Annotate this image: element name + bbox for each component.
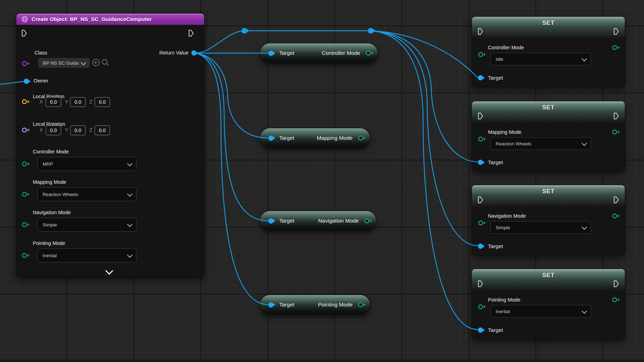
enum-input-pin[interactable] xyxy=(22,192,27,197)
set-node[interactable]: SET Mapping Mode Reaction Wheels Target xyxy=(472,101,625,171)
chevron-down-icon xyxy=(582,140,587,146)
chevron-down-icon xyxy=(81,60,86,65)
local-rotation-pin[interactable] xyxy=(22,128,27,132)
chevron-down-icon xyxy=(127,161,133,166)
enum-output-pin[interactable] xyxy=(612,130,617,135)
target-pin-label: Target xyxy=(488,75,503,81)
position-y-input[interactable]: 0.0 xyxy=(70,97,86,107)
target-pin[interactable] xyxy=(478,327,483,333)
enum-select[interactable]: Reaction Wheels xyxy=(490,137,591,150)
class-select[interactable]: BP NS SC Guida xyxy=(38,58,90,68)
enum-input-pin[interactable] xyxy=(22,161,27,166)
enum-select[interactable]: Inertial xyxy=(490,305,591,318)
variable-get-node[interactable]: Target Pointing Mode xyxy=(260,295,370,314)
enum-output-pin[interactable] xyxy=(364,218,369,223)
enum-select[interactable]: Simple xyxy=(37,218,136,232)
node-title: Create Object: BP_NS_SC_GuidanceComputer xyxy=(31,16,152,22)
set-node[interactable]: SET Controller Mode Idle Target xyxy=(472,17,625,87)
enum-select[interactable]: Idle xyxy=(490,53,591,65)
blueprint-graph-canvas[interactable]: Create Object: BP_NS_SC_GuidanceComputer… xyxy=(0,0,644,362)
target-pin[interactable] xyxy=(478,75,483,80)
reroute-node[interactable] xyxy=(368,28,373,34)
target-pin[interactable] xyxy=(268,136,274,141)
enum-select-value: Reaction Wheels xyxy=(496,141,582,146)
rotation-x-input[interactable]: 0.0 xyxy=(46,125,61,135)
exec-out-pin[interactable] xyxy=(614,113,619,120)
owner-pin[interactable] xyxy=(24,79,29,84)
target-pin[interactable] xyxy=(268,51,274,56)
property-label: Controller Mode xyxy=(488,45,524,50)
enum-output-pin[interactable] xyxy=(612,297,617,302)
use-selected-asset-icon[interactable] xyxy=(92,58,100,67)
exec-in-pin[interactable] xyxy=(22,30,27,37)
property-label: Mapping Mode xyxy=(488,129,521,135)
set-node-title: SET xyxy=(472,272,625,279)
set-node[interactable]: SET Navigation Mode Simple Target xyxy=(472,185,625,255)
exec-in-pin[interactable] xyxy=(478,28,483,35)
rotation-z-input[interactable]: 0.0 xyxy=(95,125,110,135)
create-object-node[interactable]: Create Object: BP_NS_SC_GuidanceComputer… xyxy=(16,14,204,277)
enum-output-pin[interactable] xyxy=(358,302,363,307)
position-z-input[interactable]: 0.0 xyxy=(95,97,110,107)
exec-out-pin[interactable] xyxy=(188,30,194,37)
enum-select[interactable]: Simple xyxy=(490,221,591,234)
class-select-value: BP NS SC Guida xyxy=(43,60,81,66)
enum-select[interactable]: MRP xyxy=(37,157,136,171)
target-pin[interactable] xyxy=(268,218,274,224)
variable-get-node[interactable]: Target Mapping Mode xyxy=(260,128,370,148)
owner-pin-label: Owner xyxy=(34,78,49,84)
set-node-title: SET xyxy=(472,104,625,111)
enum-pin-label: Controller Mode xyxy=(33,149,69,154)
enum-output-pin[interactable] xyxy=(366,51,371,56)
target-pin[interactable] xyxy=(478,160,483,165)
target-pin[interactable] xyxy=(478,244,483,249)
enum-input-pin[interactable] xyxy=(478,137,483,142)
browse-asset-icon[interactable] xyxy=(101,58,110,67)
return-value-label: Return Value xyxy=(159,50,188,56)
exec-out-pin[interactable] xyxy=(614,196,619,203)
target-pin-label: Target xyxy=(488,243,503,249)
local-position-pin[interactable] xyxy=(22,99,27,104)
enum-input-pin[interactable] xyxy=(478,52,483,57)
variable-get-node[interactable]: Target Controller Mode xyxy=(260,43,378,63)
target-pin-label: Target xyxy=(279,135,294,141)
exec-in-pin[interactable] xyxy=(478,280,483,287)
wire xyxy=(371,31,478,330)
output-pin-label: Controller Mode xyxy=(322,50,360,56)
enum-input-pin[interactable] xyxy=(22,222,27,227)
exec-in-pin[interactable] xyxy=(478,196,483,203)
chevron-down-icon xyxy=(127,222,133,227)
exec-in-pin[interactable] xyxy=(478,113,483,120)
reroute-node[interactable] xyxy=(242,28,247,34)
chevron-down-icon xyxy=(127,252,133,258)
enum-input-pin[interactable] xyxy=(478,304,483,309)
enum-output-pin[interactable] xyxy=(358,136,363,140)
wire xyxy=(195,53,269,221)
output-pin-label: Pointing Mode xyxy=(318,302,353,308)
enum-select[interactable]: Inertial xyxy=(37,248,136,262)
expand-node-chevron-icon[interactable] xyxy=(105,267,113,275)
target-pin[interactable] xyxy=(268,302,274,307)
exec-out-pin[interactable] xyxy=(614,280,619,287)
wire xyxy=(371,31,478,246)
variable-get-node[interactable]: Target Navigation Mode xyxy=(260,211,376,231)
enum-select-value: Simple xyxy=(496,225,582,230)
class-pin[interactable] xyxy=(22,61,27,66)
enum-select-value: Simple xyxy=(43,222,127,227)
enum-select-value: Reaction Wheels xyxy=(43,192,127,197)
create-object-node-header[interactable]: Create Object: BP_NS_SC_GuidanceComputer xyxy=(16,14,204,25)
enum-select[interactable]: Reaction Wheels xyxy=(37,187,136,201)
enum-output-pin[interactable] xyxy=(612,45,617,50)
set-node[interactable]: SET Pointing Mode Inertial Target xyxy=(472,269,625,339)
exec-out-pin[interactable] xyxy=(614,28,619,35)
return-value-pin[interactable] xyxy=(191,50,197,56)
target-pin-label: Target xyxy=(279,50,294,56)
rotation-y-input[interactable]: 0.0 xyxy=(70,125,86,135)
enum-output-pin[interactable] xyxy=(612,213,617,218)
position-x-input[interactable]: 0.0 xyxy=(46,97,61,107)
property-label: Navigation Mode xyxy=(488,213,526,219)
wire xyxy=(371,31,478,78)
enum-input-pin[interactable] xyxy=(478,220,483,225)
enum-input-pin[interactable] xyxy=(22,253,27,258)
axis-z-label: Z xyxy=(89,99,92,104)
